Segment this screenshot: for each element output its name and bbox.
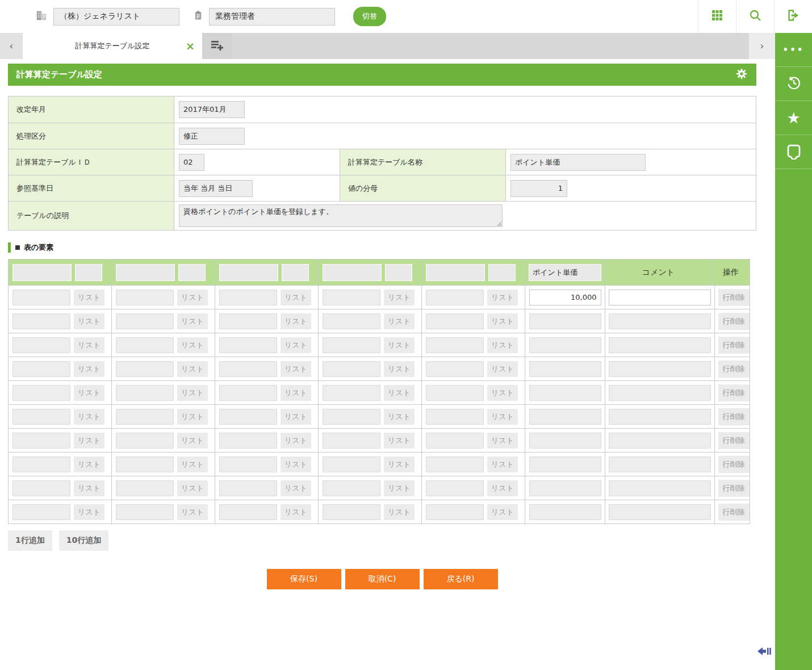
- list-button[interactable]: リスト: [281, 290, 311, 305]
- list-button[interactable]: リスト: [74, 457, 104, 472]
- group-value-input[interactable]: [219, 337, 277, 353]
- settings-button[interactable]: [735, 68, 748, 82]
- list-button[interactable]: リスト: [177, 361, 208, 377]
- point-unit-input[interactable]: [529, 480, 601, 496]
- group-value-input[interactable]: [323, 361, 380, 377]
- group-value-input[interactable]: [116, 313, 174, 329]
- group-header-small-input[interactable]: [75, 264, 102, 281]
- list-button[interactable]: リスト: [384, 409, 415, 425]
- list-button[interactable]: リスト: [487, 409, 518, 425]
- list-button[interactable]: リスト: [281, 337, 311, 353]
- group-value-input[interactable]: [12, 433, 70, 449]
- list-button[interactable]: リスト: [384, 290, 415, 305]
- row-delete-button[interactable]: 行削除: [718, 313, 750, 330]
- point-unit-input[interactable]: [529, 385, 601, 401]
- group-value-input[interactable]: [323, 313, 380, 329]
- point-unit-input[interactable]: [529, 361, 601, 377]
- group-value-input[interactable]: [219, 480, 277, 496]
- list-button[interactable]: リスト: [74, 313, 104, 329]
- group-value-input[interactable]: [116, 433, 174, 449]
- group-value-input[interactable]: [323, 290, 380, 305]
- list-button[interactable]: リスト: [384, 361, 415, 377]
- list-button[interactable]: リスト: [177, 433, 208, 449]
- sidebar-favorites-button[interactable]: ★: [775, 101, 812, 135]
- group-header-small-input[interactable]: [385, 264, 412, 281]
- group-value-input[interactable]: [116, 290, 174, 305]
- group-value-input[interactable]: [219, 290, 277, 305]
- list-button[interactable]: リスト: [74, 409, 104, 425]
- group-value-input[interactable]: [323, 433, 380, 449]
- point-unit-input[interactable]: [529, 313, 601, 329]
- list-button[interactable]: リスト: [487, 480, 518, 496]
- tab-calculation-table-settings[interactable]: 計算算定テーブル設定 ×: [23, 33, 202, 59]
- group-header-input[interactable]: [426, 264, 485, 281]
- sidebar-collapse-button[interactable]: [757, 645, 772, 660]
- group-value-input[interactable]: [219, 361, 277, 377]
- list-button[interactable]: リスト: [281, 313, 311, 329]
- list-button[interactable]: リスト: [177, 290, 208, 305]
- group-value-input[interactable]: [426, 504, 484, 520]
- group-header-small-input[interactable]: [178, 264, 206, 281]
- comment-input[interactable]: [609, 480, 711, 496]
- group-header-input[interactable]: [116, 264, 175, 281]
- list-button[interactable]: リスト: [177, 409, 208, 425]
- list-button[interactable]: リスト: [177, 337, 208, 353]
- list-button[interactable]: リスト: [487, 504, 518, 520]
- group-value-input[interactable]: [426, 457, 484, 472]
- sidebar-history-button[interactable]: [775, 67, 812, 101]
- comment-input[interactable]: [609, 504, 711, 520]
- list-button[interactable]: リスト: [74, 433, 104, 449]
- list-button[interactable]: リスト: [487, 290, 518, 305]
- comment-input[interactable]: [609, 385, 711, 401]
- row-delete-button[interactable]: 行削除: [718, 408, 750, 425]
- group-header-small-input[interactable]: [282, 264, 309, 281]
- list-button[interactable]: リスト: [177, 313, 208, 329]
- list-button[interactable]: リスト: [384, 337, 415, 353]
- list-button[interactable]: リスト: [74, 337, 104, 353]
- row-delete-button[interactable]: 行削除: [718, 432, 750, 449]
- tab-close-icon[interactable]: ×: [186, 41, 195, 52]
- list-button[interactable]: リスト: [74, 480, 104, 496]
- list-button[interactable]: リスト: [487, 457, 518, 472]
- comment-input[interactable]: [609, 409, 711, 425]
- point-unit-input[interactable]: [529, 457, 601, 472]
- list-button[interactable]: リスト: [487, 433, 518, 449]
- group-value-input[interactable]: [116, 337, 174, 353]
- list-button[interactable]: リスト: [281, 361, 311, 377]
- list-button[interactable]: リスト: [281, 409, 311, 425]
- group-value-input[interactable]: [323, 337, 380, 353]
- list-button[interactable]: リスト: [281, 480, 311, 496]
- sidebar-more-button[interactable]: •••: [775, 33, 812, 67]
- comment-input[interactable]: [609, 337, 711, 353]
- group-header-input[interactable]: [12, 264, 72, 281]
- point-unit-input[interactable]: [529, 290, 601, 305]
- revision-month-input[interactable]: [179, 101, 245, 118]
- list-button[interactable]: リスト: [384, 385, 415, 401]
- search-button[interactable]: [736, 0, 774, 33]
- group-value-input[interactable]: [219, 433, 277, 449]
- list-button[interactable]: リスト: [177, 504, 208, 520]
- list-button[interactable]: リスト: [384, 504, 415, 520]
- point-unit-input[interactable]: [529, 409, 601, 425]
- list-button[interactable]: リスト: [384, 480, 415, 496]
- group-header-input[interactable]: [219, 264, 278, 281]
- group-header-input[interactable]: [323, 264, 382, 281]
- description-textarea[interactable]: [179, 204, 503, 227]
- group-value-input[interactable]: [426, 313, 484, 329]
- sidebar-bookmark-button[interactable]: [775, 135, 812, 169]
- back-button[interactable]: 戻る(R): [424, 569, 498, 589]
- add-tab-button[interactable]: [202, 33, 232, 59]
- group-value-input[interactable]: [426, 385, 484, 401]
- group-value-input[interactable]: [12, 313, 70, 329]
- comment-input[interactable]: [609, 457, 711, 472]
- list-button[interactable]: リスト: [74, 504, 104, 520]
- group-value-input[interactable]: [12, 337, 70, 353]
- row-delete-button[interactable]: 行削除: [718, 361, 750, 378]
- row-delete-button[interactable]: 行削除: [718, 456, 750, 473]
- list-button[interactable]: リスト: [281, 457, 311, 472]
- tabs-scroll-right-button[interactable]: ›: [749, 33, 775, 59]
- group-value-input[interactable]: [219, 409, 277, 425]
- save-button[interactable]: 保存(S): [267, 569, 341, 589]
- point-unit-input[interactable]: [529, 433, 601, 449]
- comment-input[interactable]: [609, 361, 711, 377]
